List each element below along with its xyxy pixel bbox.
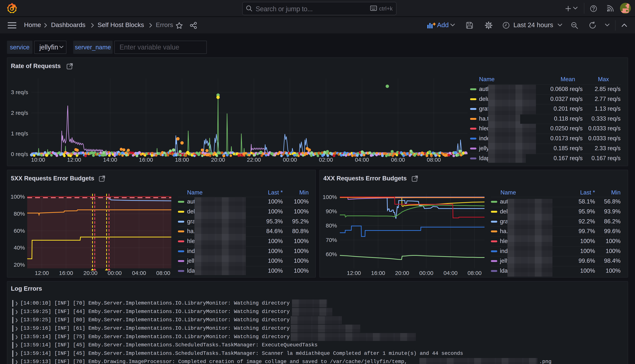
svg-text:04:00: 04:00 (355, 156, 369, 163)
svg-text:20%: 20% (14, 262, 25, 268)
svg-text:40%: 40% (14, 244, 25, 251)
svg-text:00:00: 00:00 (283, 156, 297, 163)
svg-text:60%: 60% (14, 228, 25, 234)
svg-text:100%: 100% (11, 194, 25, 200)
svg-text:04:00: 04:00 (443, 270, 457, 276)
svg-text:20:00: 20:00 (211, 156, 225, 163)
svg-text:16:00: 16:00 (139, 156, 153, 163)
svg-text:12:00: 12:00 (347, 270, 361, 276)
svg-text:2 req/s: 2 req/s (11, 110, 28, 116)
svg-text:70%: 70% (326, 237, 337, 243)
svg-text:06:00: 06:00 (391, 156, 405, 163)
svg-text:100%: 100% (323, 194, 337, 200)
svg-text:04:00: 04:00 (132, 270, 146, 276)
svg-text:16:00: 16:00 (371, 270, 385, 276)
svg-text:60%: 60% (326, 251, 337, 257)
svg-text:10:00: 10:00 (31, 156, 45, 163)
svg-text:22:00: 22:00 (247, 156, 261, 163)
svg-text:16:00: 16:00 (59, 270, 73, 276)
svg-text:02:00: 02:00 (319, 156, 333, 163)
svg-text:20:00: 20:00 (83, 270, 97, 276)
svg-text:0 req/s: 0 req/s (11, 151, 28, 157)
svg-text:3 req/s: 3 req/s (11, 89, 28, 95)
svg-text:08:00: 08:00 (427, 156, 441, 163)
svg-text:80%: 80% (326, 222, 337, 228)
svg-text:14:00: 14:00 (103, 156, 117, 163)
svg-text:12:00: 12:00 (35, 270, 49, 276)
svg-text:20:00: 20:00 (395, 270, 409, 276)
svg-text:90%: 90% (326, 208, 337, 214)
svg-text:80%: 80% (14, 210, 25, 217)
svg-text:1 req/s: 1 req/s (11, 130, 28, 136)
svg-text:18:00: 18:00 (175, 156, 189, 163)
svg-text:08:00: 08:00 (467, 270, 481, 276)
svg-text:00:00: 00:00 (108, 270, 122, 276)
svg-text:12:00: 12:00 (67, 156, 81, 163)
svg-text:08:00: 08:00 (156, 270, 170, 276)
svg-text:00:00: 00:00 (419, 270, 433, 276)
